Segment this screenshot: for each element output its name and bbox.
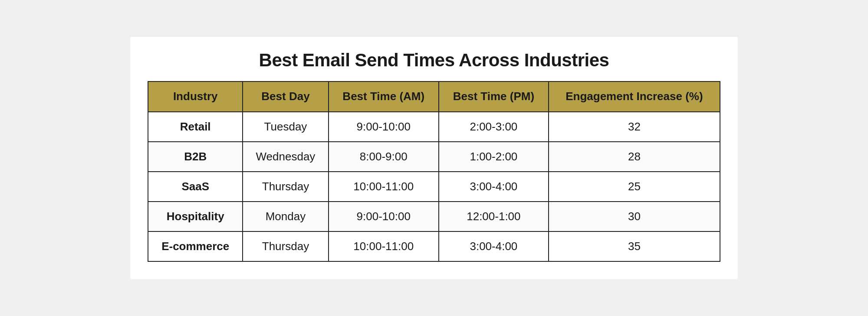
cell-best-time-am: 8:00-9:00 [329,142,439,172]
col-header-industry: Industry [148,81,243,111]
table-row: RetailTuesday9:00-10:002:00-3:0032 [148,112,720,142]
cell-best-time-am: 9:00-10:00 [329,112,439,142]
table-row: E-commerceThursday10:00-11:003:00-4:0035 [148,231,720,261]
cell-best-time-am: 9:00-10:00 [329,202,439,231]
cell-industry: Hospitality [148,202,243,231]
cell-engagement: 32 [549,112,720,142]
cell-engagement: 30 [549,202,720,231]
cell-engagement: 35 [549,231,720,261]
main-container: Best Email Send Times Across Industries … [130,37,738,279]
page-title: Best Email Send Times Across Industries [148,50,720,71]
col-header-engagement: Engagement Increase (%) [549,81,720,111]
cell-engagement: 25 [549,172,720,202]
col-header-best-time-am: Best Time (AM) [329,81,439,111]
cell-best-day: Tuesday [243,112,328,142]
cell-best-time-am: 10:00-11:00 [329,172,439,202]
col-header-best-day: Best Day [243,81,328,111]
cell-industry: E-commerce [148,231,243,261]
email-times-table: Industry Best Day Best Time (AM) Best Ti… [148,81,720,261]
cell-industry: Retail [148,112,243,142]
cell-best-time-am: 10:00-11:00 [329,231,439,261]
cell-industry: SaaS [148,172,243,202]
cell-best-day: Thursday [243,172,328,202]
table-row: HospitalityMonday9:00-10:0012:00-1:0030 [148,202,720,231]
cell-best-time-pm: 3:00-4:00 [439,231,549,261]
cell-industry: B2B [148,142,243,172]
cell-best-time-pm: 1:00-2:00 [439,142,549,172]
cell-best-time-pm: 3:00-4:00 [439,172,549,202]
table-row: B2BWednesday8:00-9:001:00-2:0028 [148,142,720,172]
table-header-row: Industry Best Day Best Time (AM) Best Ti… [148,81,720,111]
cell-best-time-pm: 12:00-1:00 [439,202,549,231]
table-row: SaaSThursday10:00-11:003:00-4:0025 [148,172,720,202]
cell-best-day: Wednesday [243,142,328,172]
cell-best-day: Monday [243,202,328,231]
cell-engagement: 28 [549,142,720,172]
cell-best-day: Thursday [243,231,328,261]
col-header-best-time-pm: Best Time (PM) [439,81,549,111]
cell-best-time-pm: 2:00-3:00 [439,112,549,142]
